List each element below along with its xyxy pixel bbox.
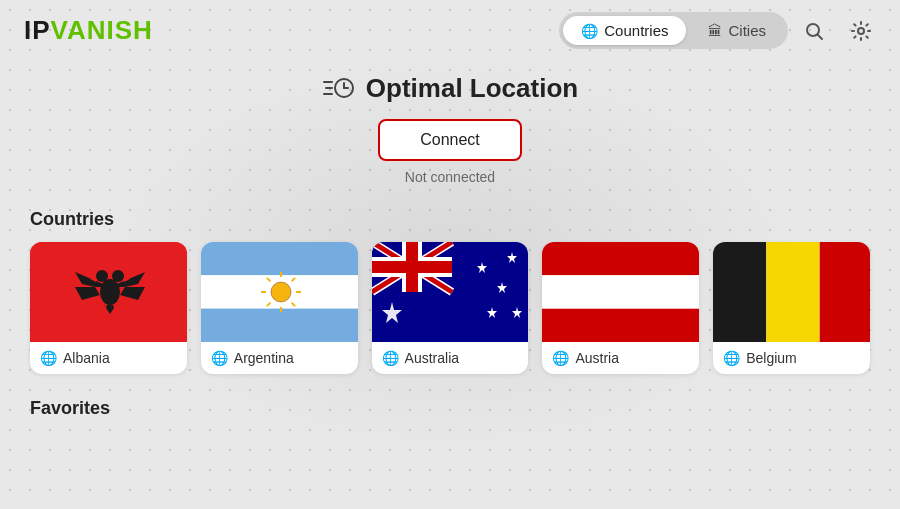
svg-rect-17 (201, 309, 358, 342)
favorites-section: Favorites (30, 398, 870, 419)
countries-label: Countries (30, 209, 870, 230)
svg-rect-47 (766, 242, 819, 342)
globe-icon-australia: 🌐 (382, 350, 399, 366)
favorites-label: Favorites (30, 398, 870, 419)
nav-tabs: 🌐 Countries 🏛 Cities (559, 12, 788, 49)
country-name-belgium: 🌐 Belgium (713, 342, 807, 374)
logo-vanish: VANISH (51, 15, 153, 46)
main-content: Optimal Location Connect Not connected C… (0, 61, 900, 443)
svg-point-2 (858, 28, 864, 34)
flag-austria (542, 242, 699, 342)
countries-grid: 🌐 Albania (30, 242, 870, 374)
optimal-location-icon (322, 71, 356, 105)
settings-button[interactable] (846, 16, 876, 46)
country-name-argentina: 🌐 Argentina (201, 342, 304, 374)
connect-button[interactable]: Connect (378, 119, 522, 161)
svg-rect-45 (542, 309, 699, 342)
country-name-albania: 🌐 Albania (30, 342, 120, 374)
svg-line-1 (818, 34, 823, 39)
cities-tab-icon: 🏛 (708, 23, 722, 39)
tab-cities[interactable]: 🏛 Cities (690, 16, 784, 45)
svg-rect-43 (542, 242, 699, 275)
country-card-austria[interactable]: 🌐 Austria (542, 242, 699, 374)
country-name-australia: 🌐 Australia (372, 342, 469, 374)
logo: IPVANISH (24, 15, 153, 46)
flag-albania (30, 242, 187, 342)
header: IPVANISH 🌐 Countries 🏛 Cities (0, 0, 900, 61)
search-button[interactable] (800, 17, 828, 45)
optimal-icon (322, 71, 356, 105)
globe-icon-argentina: 🌐 (211, 350, 228, 366)
logo-ip: IP (24, 15, 51, 46)
country-card-australia[interactable]: 🌐 Australia (372, 242, 529, 374)
svg-point-12 (112, 270, 124, 282)
optimal-title-text: Optimal Location (366, 73, 578, 104)
connection-status: Not connected (405, 169, 495, 185)
flag-argentina (201, 242, 358, 342)
country-card-argentina[interactable]: 🌐 Argentina (201, 242, 358, 374)
country-card-belgium[interactable]: 🌐 Belgium (713, 242, 870, 374)
country-name-austria: 🌐 Austria (542, 342, 629, 374)
svg-rect-44 (542, 275, 699, 308)
search-icon (804, 21, 824, 41)
settings-icon (850, 20, 872, 42)
svg-point-18 (271, 282, 291, 302)
header-icons (800, 16, 876, 46)
globe-icon-austria: 🌐 (552, 350, 569, 366)
optimal-location-section: Optimal Location Connect Not connected (30, 71, 870, 185)
country-card-albania[interactable]: 🌐 Albania (30, 242, 187, 374)
svg-rect-46 (713, 242, 766, 342)
optimal-location-title: Optimal Location (322, 71, 578, 105)
svg-rect-36 (372, 261, 452, 273)
globe-icon-belgium: 🌐 (723, 350, 740, 366)
svg-rect-15 (201, 242, 358, 275)
tab-countries[interactable]: 🌐 Countries (563, 16, 686, 45)
svg-rect-48 (820, 242, 870, 342)
countries-section: Countries (30, 209, 870, 374)
svg-point-11 (96, 270, 108, 282)
flag-belgium (713, 242, 870, 342)
svg-point-10 (100, 279, 120, 305)
flag-australia (372, 242, 529, 342)
globe-icon-albania: 🌐 (40, 350, 57, 366)
globe-tab-icon: 🌐 (581, 23, 598, 39)
